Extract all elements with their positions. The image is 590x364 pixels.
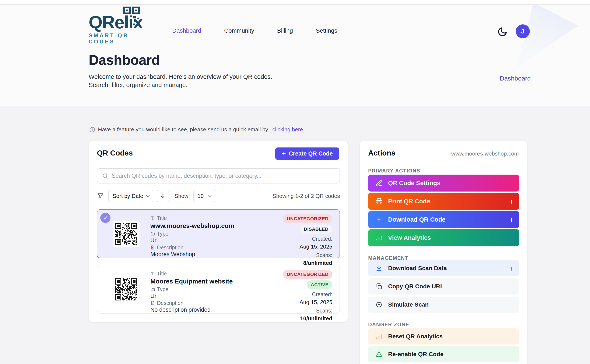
action-label: Download QR Code bbox=[388, 216, 446, 223]
reset-qr-analytics-button[interactable]: Reset QR Analytics bbox=[368, 328, 519, 344]
brand-tagline: SMART QR CODES bbox=[89, 32, 152, 45]
qr-description: Moores Webshop bbox=[150, 251, 234, 258]
simulate-scan-button[interactable]: Simulate Scan bbox=[368, 297, 519, 313]
page-subtitle: Welcome to your dashboard. Here's an ove… bbox=[89, 73, 272, 89]
chevron-down-icon bbox=[208, 194, 212, 197]
printer-icon bbox=[375, 198, 383, 205]
qr-code-thumbnail bbox=[113, 276, 140, 303]
action-label: Print QR Code bbox=[388, 198, 430, 205]
user-avatar[interactable]: J bbox=[516, 24, 530, 38]
scans-value: 10/unlimited bbox=[300, 315, 332, 322]
nav-item-settings[interactable]: Settings bbox=[316, 27, 337, 34]
download-icon bbox=[375, 216, 383, 223]
re-enable-qr-code-button[interactable]: Re-enable QR Code bbox=[368, 346, 519, 362]
qr-code-thumbnail bbox=[113, 220, 140, 247]
view-analytics-button[interactable]: View Analytics bbox=[368, 229, 519, 246]
description-field-label: Description bbox=[150, 299, 233, 306]
actions-title: Actions bbox=[368, 149, 395, 157]
filter-row: Sort by Date Show: 10 Showing 1-2 of 2 Q… bbox=[97, 190, 340, 202]
action-label: Download Scan Data bbox=[388, 265, 447, 272]
dark-mode-toggle[interactable] bbox=[497, 26, 509, 38]
page-title: Dashboard bbox=[89, 52, 160, 68]
field-label-text: Description bbox=[157, 245, 183, 251]
field-label-text: Type bbox=[157, 286, 168, 292]
scan-eye-icon bbox=[375, 301, 383, 308]
category-badge: UNCATEGORIZED bbox=[283, 214, 332, 223]
qr-card-moores-webshop[interactable]: Title www.moores-webshop.com Type Url De… bbox=[97, 209, 340, 258]
chevron-down-icon bbox=[511, 218, 512, 221]
title-field-label: Title bbox=[150, 214, 234, 222]
create-qr-code-label: Create QR Code bbox=[289, 150, 333, 157]
title-field-label: Title bbox=[150, 270, 233, 277]
danger-zone-label: DANGER ZONE bbox=[368, 322, 409, 328]
category-badge: UNCATEGORIZED bbox=[283, 270, 332, 279]
show-label: Show: bbox=[174, 193, 190, 199]
action-label: Reset QR Analytics bbox=[388, 333, 443, 340]
actions-panel: Actions www.moores-webshop.com PRIMARY A… bbox=[359, 141, 527, 364]
status-badge: ACTIVE bbox=[307, 280, 332, 289]
qr-code-image bbox=[115, 278, 137, 300]
sort-direction-button[interactable] bbox=[157, 190, 169, 202]
card-meta: UNCATEGORIZED ACTIVE Created: Aug 15, 20… bbox=[283, 270, 332, 322]
download-scan-data-button[interactable]: Download Scan Data bbox=[368, 260, 519, 276]
qr-glyph-icon bbox=[123, 6, 143, 27]
qr-card-moores-equipment[interactable]: Title Moores Equipment website Type Url … bbox=[97, 265, 340, 314]
chevron-down-icon bbox=[146, 194, 150, 197]
created-label: Created: bbox=[312, 236, 332, 242]
primary-actions-label: PRIMARY ACTIONS bbox=[368, 168, 420, 174]
action-label: View Analytics bbox=[388, 234, 431, 241]
chevron-down-icon bbox=[511, 200, 512, 203]
sort-select[interactable]: Sort by Date bbox=[108, 190, 153, 202]
download-qr-code-button[interactable]: Download QR Code bbox=[368, 211, 519, 228]
qr-codes-panel: QR Codes + Create QR Code Sort by Date bbox=[89, 141, 348, 322]
folder-icon bbox=[150, 231, 155, 236]
qr-panel-title: QR Codes bbox=[97, 149, 133, 157]
text-icon bbox=[150, 216, 155, 220]
notice-text: Have a feature you would like to see, pl… bbox=[98, 126, 268, 133]
filter-funnel-icon[interactable] bbox=[97, 193, 104, 199]
brand-logo[interactable]: QRelix SMART QR CODES bbox=[89, 13, 152, 45]
scans-label: Scans: bbox=[316, 308, 332, 314]
create-qr-code-button[interactable]: + Create QR Code bbox=[275, 148, 339, 160]
selected-qr-url: www.moores-webshop.com bbox=[451, 150, 519, 157]
breadcrumb[interactable]: Dashboard bbox=[500, 75, 531, 82]
main-nav: Dashboard Community Billing Settings bbox=[172, 27, 337, 34]
qr-title: Moores Equipment website bbox=[150, 277, 233, 286]
action-label: Copy QR Code URL bbox=[388, 283, 444, 290]
moon-icon bbox=[497, 26, 509, 38]
arrow-down-icon bbox=[160, 193, 166, 199]
hero-section: QRelix SMART QR CODES Dashboard Communit… bbox=[0, 5, 590, 106]
action-label: QR Code Settings bbox=[388, 180, 440, 187]
qr-search-box bbox=[97, 168, 340, 183]
field-label-text: Type bbox=[157, 231, 168, 237]
top-strip bbox=[0, 0, 590, 4]
copy-qr-code-url-button[interactable]: Copy QR Code URL bbox=[368, 278, 519, 294]
nav-item-dashboard[interactable]: Dashboard bbox=[172, 27, 201, 34]
scans-label: Scans: bbox=[316, 252, 332, 258]
status-badge: DISABLED bbox=[300, 225, 332, 234]
qr-type: Url bbox=[150, 237, 234, 244]
card-meta: UNCATEGORIZED DISABLED Created: Aug 15, … bbox=[283, 214, 332, 266]
action-label: Simulate Scan bbox=[388, 301, 429, 308]
selected-check-icon[interactable] bbox=[100, 213, 111, 223]
print-qr-code-button[interactable]: Print QR Code bbox=[368, 193, 519, 210]
search-icon bbox=[102, 173, 108, 179]
page-size-select[interactable]: 10 bbox=[193, 190, 215, 202]
nav-item-community[interactable]: Community bbox=[224, 27, 254, 34]
folder-icon bbox=[150, 287, 155, 292]
created-value: Aug 15, 2025 bbox=[299, 299, 332, 306]
qr-code-settings-button[interactable]: QR Code Settings bbox=[368, 175, 519, 192]
results-summary: Showing 1-2 of 2 QR codes bbox=[272, 193, 340, 199]
page-size-value: 10 bbox=[198, 193, 204, 199]
search-input[interactable] bbox=[112, 173, 335, 179]
description-field-label: Description bbox=[150, 244, 234, 251]
nav-item-billing[interactable]: Billing bbox=[277, 27, 293, 34]
card-fields: Title Moores Equipment website Type Url … bbox=[150, 270, 233, 313]
download-icon bbox=[375, 265, 383, 272]
clicking-here-link[interactable]: clicking here bbox=[272, 126, 303, 133]
sort-select-value: Sort by Date bbox=[113, 193, 143, 199]
document-icon bbox=[150, 245, 155, 250]
field-label-text: Description bbox=[157, 300, 183, 306]
pencil-icon bbox=[375, 179, 383, 187]
action-label: Re-enable QR Code bbox=[388, 351, 444, 358]
